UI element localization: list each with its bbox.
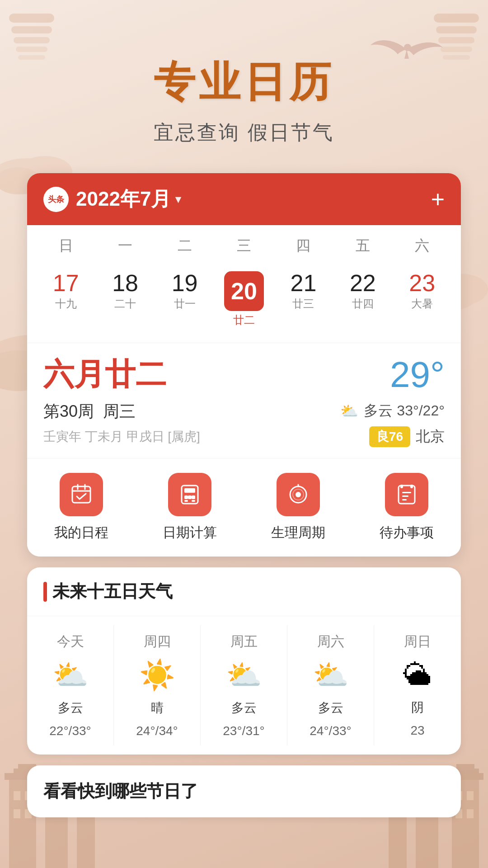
svg-rect-67 bbox=[410, 485, 413, 488]
info-right: 29° ⛅ 多云 33°/22° 良76 北京 bbox=[340, 354, 445, 447]
aqi-badge: 良76 bbox=[369, 426, 410, 447]
weather-day-fri[interactable]: 周五 ⛅ 多云 23°/31° bbox=[201, 625, 287, 745]
lunar-date-big: 六月廿二 bbox=[43, 354, 200, 395]
svg-rect-33 bbox=[14, 809, 20, 818]
calendar-header-left: 头条 2022年7月 ▾ bbox=[43, 186, 181, 212]
date-20-today[interactable]: 20 廿二 bbox=[214, 267, 273, 332]
wd-label-fri: 周五 bbox=[230, 632, 258, 651]
wd-desc-sun: 阴 bbox=[411, 699, 424, 716]
weather-row: ⛅ 多云 33°/22° bbox=[340, 401, 445, 421]
calendar-card: 头条 2022年7月 ▾ + 日 一 二 三 四 五 六 17 十九 bbox=[27, 173, 461, 557]
qa-cycle-label: 生理周期 bbox=[271, 524, 325, 542]
svg-rect-68 bbox=[402, 492, 411, 493]
background: 专业日历 宜忌查询 假日节气 头条 2022年7月 ▾ + 日 一 二 三 四 bbox=[0, 0, 488, 868]
wd-temp-sat: 24°/33° bbox=[310, 724, 351, 738]
wd-desc-sat: 多云 bbox=[318, 699, 343, 717]
svg-rect-50 bbox=[72, 486, 90, 503]
dow-wed: 三 bbox=[214, 232, 273, 259]
temperature-display: 29° bbox=[390, 354, 445, 396]
weather-section: 未来十五日天气 今天 ⛅ 多云 22°/33° 周四 ☀️ 晴 24°/34° … bbox=[27, 567, 461, 755]
info-left: 六月廿二 第30周 周三 壬寅年 丁未月 甲戌日 [属虎] bbox=[43, 354, 200, 445]
weather-section-header: 未来十五日天气 bbox=[27, 567, 461, 616]
wd-icon-thu: ☀️ bbox=[139, 658, 175, 692]
wd-desc-fri: 多云 bbox=[231, 699, 257, 717]
ganzhi-text: 壬寅年 丁未月 甲戌日 [属虎] bbox=[43, 428, 200, 445]
calendar-header: 头条 2022年7月 ▾ + bbox=[27, 173, 461, 225]
weather-section-title: 未来十五日天气 bbox=[52, 580, 173, 603]
weather-days-row: 今天 ⛅ 多云 22°/33° 周四 ☀️ 晴 24°/34° 周五 ⛅ 多云 … bbox=[27, 616, 461, 755]
holidays-title: 看看快到哪些节日了 bbox=[43, 780, 445, 803]
weather-day-today[interactable]: 今天 ⛅ 多云 22°/33° bbox=[27, 625, 114, 745]
wd-icon-sat: ⛅ bbox=[313, 658, 349, 692]
date-18[interactable]: 18 二十 bbox=[95, 267, 155, 332]
wd-temp-thu: 24°/34° bbox=[136, 724, 178, 738]
qa-cycle[interactable]: 生理周期 bbox=[244, 458, 352, 557]
dow-sun: 日 bbox=[36, 232, 95, 259]
todo-icon bbox=[395, 483, 418, 506]
qa-date-calc[interactable]: 日期计算 bbox=[136, 458, 244, 557]
dates-row: 17 十九 18 二十 19 廿一 20 廿二 21 廿三 bbox=[27, 263, 461, 343]
weekday-label: 周三 bbox=[103, 401, 136, 423]
svg-rect-31 bbox=[14, 791, 20, 800]
weather-day-sun[interactable]: 周日 🌥 阴 23 bbox=[374, 625, 461, 745]
svg-rect-57 bbox=[188, 495, 192, 499]
qa-todo-icon-wrap bbox=[385, 473, 428, 516]
weather-desc: 多云 33°/22° bbox=[364, 401, 445, 421]
svg-rect-59 bbox=[184, 500, 188, 502]
wd-temp-sun: 23 bbox=[410, 723, 424, 738]
location-text: 北京 bbox=[416, 427, 445, 447]
wd-label-today: 今天 bbox=[57, 632, 84, 651]
calculator-icon bbox=[178, 483, 202, 506]
date-19[interactable]: 19 廿一 bbox=[155, 267, 214, 332]
wd-temp-fri: 23°/31° bbox=[223, 724, 264, 738]
weather-icon: ⛅ bbox=[340, 402, 358, 420]
wd-desc-today: 多云 bbox=[58, 699, 83, 717]
info-row: 六月廿二 第30周 周三 壬寅年 丁未月 甲戌日 [属虎] 29° ⛅ 多云 3… bbox=[27, 343, 461, 458]
svg-point-62 bbox=[296, 492, 301, 497]
day-of-week-row: 日 一 二 三 四 五 六 bbox=[27, 225, 461, 263]
toutiao-logo: 头条 bbox=[43, 187, 69, 212]
wd-temp-today: 22°/33° bbox=[49, 724, 91, 738]
qa-my-schedule[interactable]: 我的日程 bbox=[27, 458, 136, 557]
qa-calc-icon-wrap bbox=[168, 473, 211, 516]
date-21[interactable]: 21 廿三 bbox=[274, 267, 333, 332]
dropdown-arrow-icon[interactable]: ▾ bbox=[175, 193, 181, 206]
qa-todo-label: 待办事项 bbox=[380, 524, 434, 542]
subtitle: 宜忌查询 假日节气 bbox=[0, 119, 488, 146]
weather-day-sat[interactable]: 周六 ⛅ 多云 24°/33° bbox=[287, 625, 374, 745]
svg-rect-38 bbox=[456, 764, 474, 771]
svg-rect-55 bbox=[184, 488, 195, 493]
qa-schedule-label: 我的日程 bbox=[54, 524, 108, 542]
wd-icon-today: ⛅ bbox=[52, 658, 89, 692]
week-row: 第30周 周三 bbox=[43, 401, 200, 423]
date-17[interactable]: 17 十九 bbox=[36, 267, 95, 332]
calendar-month-title[interactable]: 2022年7月 ▾ bbox=[76, 186, 181, 212]
dow-tue: 二 bbox=[155, 232, 214, 259]
wd-desc-thu: 晴 bbox=[151, 699, 164, 717]
calendar-check-icon bbox=[70, 483, 93, 506]
add-event-button[interactable]: + bbox=[431, 188, 445, 211]
holidays-section: 看看快到哪些节日了 bbox=[27, 765, 461, 817]
wd-icon-sun: 🌥 bbox=[403, 658, 432, 692]
wd-icon-fri: ⛅ bbox=[226, 658, 262, 692]
qa-schedule-icon-wrap bbox=[60, 473, 103, 516]
dow-fri: 五 bbox=[333, 232, 392, 259]
week-number: 第30周 bbox=[43, 401, 94, 423]
dow-mon: 一 bbox=[95, 232, 155, 259]
header-section: 专业日历 宜忌查询 假日节气 bbox=[0, 0, 488, 164]
weather-day-thu[interactable]: 周四 ☀️ 晴 24°/34° bbox=[114, 625, 201, 745]
svg-rect-66 bbox=[400, 485, 403, 488]
qa-todo[interactable]: 待办事项 bbox=[352, 458, 461, 557]
date-23[interactable]: 23 大暑 bbox=[393, 267, 452, 332]
qa-cycle-icon-wrap bbox=[277, 473, 320, 516]
cycle-icon bbox=[286, 483, 310, 506]
svg-rect-60 bbox=[192, 500, 195, 502]
quick-actions: 我的日程 日期计算 bbox=[27, 458, 461, 557]
svg-rect-47 bbox=[467, 791, 474, 800]
date-22[interactable]: 22 廿四 bbox=[333, 267, 392, 332]
aqi-location-row: 良76 北京 bbox=[369, 426, 445, 447]
wd-label-thu: 周四 bbox=[144, 632, 171, 651]
svg-rect-56 bbox=[184, 495, 188, 499]
svg-rect-49 bbox=[467, 809, 474, 818]
wd-label-sun: 周日 bbox=[404, 632, 431, 651]
